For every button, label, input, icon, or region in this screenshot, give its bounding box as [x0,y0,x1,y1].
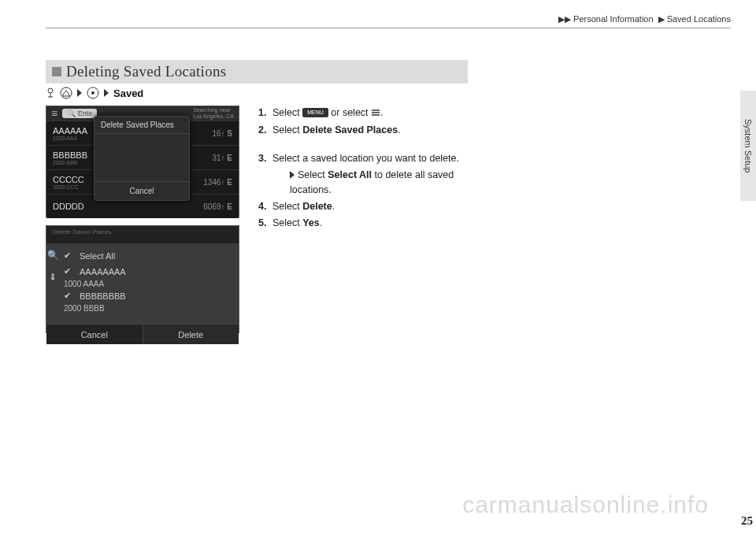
delete-saved-dialog: Delete Saved Places Cancel [94,116,190,201]
check-icon: ✔ [64,266,75,277]
instructions: 1. Select MENU or select . 2.Select Dele… [258,106,463,232]
cancel-button[interactable]: Cancel [46,324,143,344]
hamburger-inline-icon [371,106,380,121]
nav-path: Saved [46,87,731,99]
list-item[interactable]: ✔AAAAAAAA [64,264,235,280]
check-icon: ✔ [64,291,75,302]
path-saved: Saved [113,87,143,99]
section-square-icon [52,67,61,76]
scroll-down-icon[interactable]: ⬇ [49,272,57,283]
watermark: carmanualsonline.info [462,491,709,518]
check-icon: ✔ [64,250,75,261]
hamburger-icon[interactable]: ≡ [51,107,57,120]
arrow-icon [290,171,295,179]
screenshot-saved-list: ≡ 🔍 Ente Searching nearLos Angeles, CA A… [46,106,239,217]
list-item[interactable]: ✔BBBBBBBB [64,288,235,304]
page-number: 25 [741,514,753,528]
search-input[interactable]: 🔍 Ente [62,109,97,118]
delete-header: Delete Saved Places [46,226,239,243]
list-sub: 2000 BBBB [64,304,105,313]
breadcrumb-level1: Personal Information [573,14,654,24]
nav-target-icon [87,87,99,99]
breadcrumb-level2: Saved Locations [667,14,731,24]
delete-button[interactable]: Delete [143,324,239,344]
section-title: Deleting Saved Locations [66,63,226,80]
home-icon [60,87,72,99]
breadcrumb: ▶▶Personal Information ▶Saved Locations [46,14,731,28]
dialog-cancel-button[interactable]: Cancel [94,181,189,200]
searching-near: Searching nearLos Angeles, CA [193,107,234,120]
voice-icon [46,87,55,98]
arrow-icon [104,89,109,97]
svg-point-5 [91,91,94,95]
side-tab: System Setup [740,91,756,201]
search-icon[interactable]: 🔍 [47,250,59,261]
list-sub: 1000 AAAA [64,280,104,288]
select-all-row[interactable]: ✔Select All [64,248,235,264]
menu-button-icon: MENU [302,108,328,117]
screenshot-delete-places: Delete Saved Places 🔍 ⬇ ✔Select All ✔AAA… [46,225,239,333]
arrow-icon [77,89,82,97]
dialog-title[interactable]: Delete Saved Places [94,117,189,134]
svg-point-0 [48,88,53,93]
svg-point-3 [61,87,72,98]
section-header: Deleting Saved Locations [46,60,468,83]
